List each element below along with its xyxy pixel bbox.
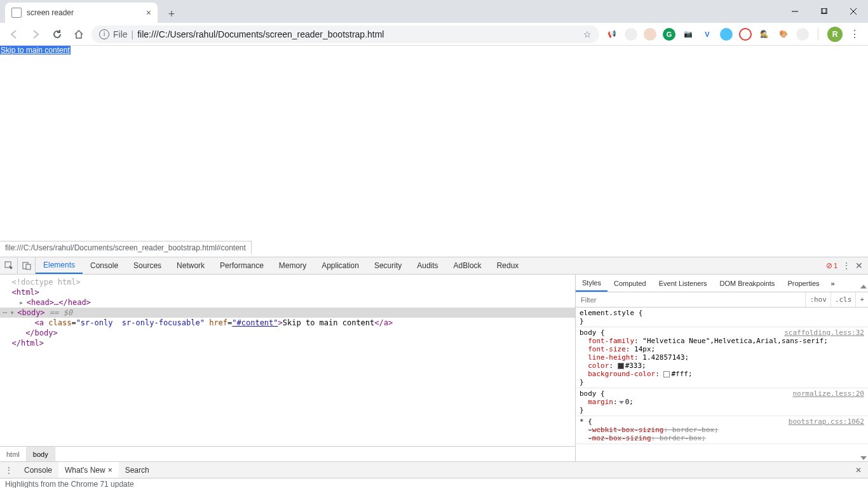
rule-body-normalize[interactable]: normalize.less:20 body { margin:0; } [576, 388, 868, 416]
tab-network[interactable]: Network [169, 257, 212, 274]
minimize-button[interactable] [780, 0, 810, 23]
dom-panel: <!doctype html> <html> ▸<head>…</head> ⋯… [0, 274, 576, 461]
skip-to-content-link[interactable]: Skip to main content [0, 46, 71, 55]
drawer-tabs: ⋮ Console What's New × Search ✕ [0, 462, 868, 478]
ext-icon-11[interactable] [796, 28, 809, 41]
drawer-close-icon[interactable]: ✕ [849, 462, 868, 478]
breadcrumb-body[interactable]: body [27, 447, 55, 461]
ext-icon-9[interactable]: 🕵️ [758, 28, 771, 41]
rule-body-scaffolding[interactable]: scaffolding.less:32 body { font-family: … [576, 327, 868, 388]
devtools-close-icon[interactable]: ✕ [855, 261, 863, 271]
dom-head[interactable]: <head>…</head> [27, 298, 91, 307]
hov-toggle[interactable]: :hov [805, 292, 831, 307]
dom-breadcrumb: html body [0, 446, 575, 461]
ext-icon-2[interactable] [625, 28, 637, 41]
breadcrumb-html[interactable]: html [0, 447, 27, 461]
tab-strip: screen reader × + [0, 0, 868, 23]
tab-application[interactable]: Application [314, 257, 367, 274]
devtools-drawer: ⋮ Console What's New × Search ✕ Highligh… [0, 461, 868, 488]
styles-tab-styles[interactable]: Styles [576, 274, 607, 292]
ext-icon-1[interactable]: 📢 [606, 28, 618, 41]
drawer-tab-whatsnew[interactable]: What's New × [58, 462, 119, 478]
tab-title: screen reader [27, 8, 74, 17]
tab-close-icon[interactable]: × [146, 8, 151, 18]
styles-scroll-indicator [859, 274, 868, 461]
site-info-icon[interactable]: i [99, 29, 109, 39]
styles-tab-properties[interactable]: Properties [781, 274, 825, 292]
scroll-down-icon[interactable] [860, 456, 867, 460]
status-bar-url: file:///C:/Users/rahul/Documents/screen_… [0, 241, 252, 254]
profile-avatar[interactable]: R [827, 27, 843, 42]
devtools-menu-icon[interactable]: ⋮ [843, 261, 850, 270]
window-controls [780, 0, 868, 23]
drawer-tab-search[interactable]: Search [119, 462, 156, 478]
styles-tabs-more-icon[interactable]: » [826, 274, 840, 292]
rule-source-link[interactable]: bootstrap.css:1062 [789, 417, 864, 426]
ext-icon-6[interactable]: V [701, 28, 714, 41]
rule-star-bootstrap[interactable]: bootstrap.css:1062 * { -webkit-box-sizin… [576, 416, 868, 444]
url-scheme: File [113, 29, 128, 39]
inspect-element-icon[interactable] [0, 257, 18, 274]
rule-source-link[interactable]: scaffolding.less:32 [784, 329, 864, 337]
forward-button[interactable] [27, 25, 44, 43]
styles-tab-computed[interactable]: Computed [607, 274, 653, 292]
svg-rect-7 [26, 264, 31, 269]
ext-icon-7[interactable] [720, 28, 733, 41]
styles-rules[interactable]: element.style {} scaffolding.less:32 bod… [576, 308, 868, 461]
dom-anchor-line[interactable]: <a class="sr-only sr-only-focusable" hre… [0, 318, 575, 328]
file-icon [11, 8, 22, 18]
devtools: Elements Console Sources Network Perform… [0, 257, 868, 488]
close-window-button[interactable] [839, 0, 868, 23]
extensions-separator [818, 28, 818, 41]
styles-tab-dombreakpoints[interactable]: DOM Breakpoints [714, 274, 782, 292]
ext-icon-8[interactable] [739, 28, 752, 41]
reload-button[interactable] [48, 25, 66, 43]
styles-panel: Styles Computed Event Listeners DOM Brea… [576, 274, 868, 461]
styles-tab-eventlisteners[interactable]: Event Listeners [653, 274, 714, 292]
maximize-button[interactable] [810, 0, 839, 23]
styles-filter-row: :hov .cls + [576, 292, 868, 308]
tab-adblock[interactable]: AdBlock [446, 257, 489, 274]
drawer-menu-icon[interactable]: ⋮ [0, 462, 18, 478]
bookmark-star-icon[interactable]: ☆ [583, 29, 592, 39]
rule-element-style[interactable]: element.style {} [576, 308, 868, 327]
tab-memory[interactable]: Memory [271, 257, 314, 274]
cls-toggle[interactable]: .cls [831, 292, 856, 307]
tab-security[interactable]: Security [367, 257, 409, 274]
address-bar[interactable]: i File | file:///C:/Users/rahul/Document… [92, 25, 599, 43]
dom-tree[interactable]: <!doctype html> <html> ▸<head>…</head> ⋯… [0, 274, 575, 446]
ext-icon-4[interactable]: G [663, 28, 675, 41]
url-divider: | [132, 29, 134, 39]
drawer-tab-console[interactable]: Console [18, 462, 58, 478]
tab-redux[interactable]: Redux [489, 257, 527, 274]
back-button[interactable] [5, 25, 23, 43]
rule-source-link[interactable]: normalize.less:20 [792, 390, 864, 398]
tab-audits[interactable]: Audits [409, 257, 445, 274]
scroll-up-icon[interactable] [860, 285, 867, 288]
browser-toolbar: i File | file:///C:/Users/rahul/Document… [0, 23, 868, 46]
tab-console[interactable]: Console [83, 257, 126, 274]
home-button[interactable] [70, 25, 88, 43]
dom-body-line[interactable]: ⋯▾<body> == $0 [0, 308, 575, 318]
tab-performance[interactable]: Performance [212, 257, 271, 274]
ext-icon-5[interactable]: 📷 [682, 28, 695, 41]
tab-sources[interactable]: Sources [126, 257, 169, 274]
browser-tab[interactable]: screen reader × [5, 3, 158, 23]
styles-filter-input[interactable] [576, 296, 805, 304]
styles-tabs: Styles Computed Event Listeners DOM Brea… [576, 274, 868, 292]
svg-rect-2 [822, 8, 827, 13]
ext-icon-10[interactable]: 🎨 [777, 28, 790, 41]
color-swatch-icon[interactable] [663, 371, 670, 377]
ext-icon-3[interactable] [644, 28, 656, 41]
dom-body-close: </body> [25, 329, 58, 337]
dom-doctype: <!doctype html> [11, 278, 80, 287]
color-swatch-icon[interactable] [618, 363, 624, 369]
device-toggle-icon[interactable] [18, 257, 36, 274]
new-tab-button[interactable]: + [163, 5, 180, 23]
close-icon[interactable]: × [108, 466, 112, 475]
chrome-menu-icon[interactable]: ⋮ [849, 28, 860, 40]
devtools-body: <!doctype html> <html> ▸<head>…</head> ⋯… [0, 274, 868, 461]
error-count-badge[interactable]: 1 [826, 261, 837, 270]
expand-shorthand-icon[interactable] [619, 401, 624, 404]
tab-elements[interactable]: Elements [36, 257, 83, 274]
